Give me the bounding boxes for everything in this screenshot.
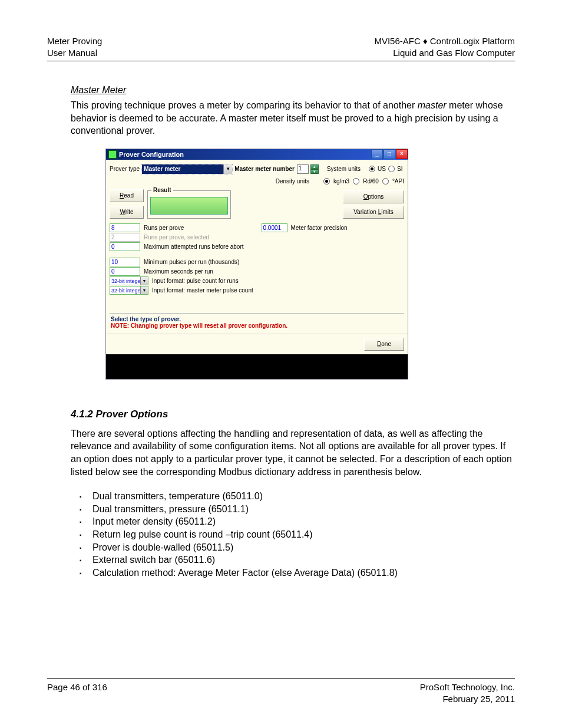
density-api-radio[interactable] [382,178,389,185]
hdr-right-2: Liquid and Gas Flow Computer [374,47,515,59]
list-item: Prover is double-walled (65011.5) [80,541,515,554]
input-format-runs-select[interactable]: 32-bit integer▼ [110,276,148,285]
options-list: Dual transmitters, temperature (65011.0)… [80,490,515,579]
section-title: Master Meter [71,85,515,95]
done-button[interactable]: Done [364,338,404,351]
meter-factor-precision-input[interactable]: 0.0001 [262,223,287,232]
master-meter-number-input[interactable]: 1 [297,164,309,174]
maximize-button[interactable]: □ [384,149,395,159]
header-rule [47,61,515,61]
master-meter-number-stepper[interactable]: ▲▼ [310,164,319,174]
max-attempt-input[interactable]: 0 [110,242,140,251]
max-attempt-label: Maximum attempted runs before abort [144,243,244,250]
hdr-left-1: Meter Proving [47,35,102,47]
write-button[interactable]: Write [110,206,144,219]
runs-per-prove-sel-label: Runs per prove, selected [144,234,209,241]
result-group: Result [147,190,231,219]
system-units-us-radio[interactable] [369,166,375,172]
options-button[interactable]: Options [343,190,404,203]
list-item: Input meter density (65011.2) [80,515,515,528]
footer-left: Page 46 of 316 [47,681,107,704]
system-units-label: System units [327,166,361,172]
close-button[interactable]: × [396,149,408,159]
list-item: Calculation method: Average Meter Factor… [80,566,515,579]
min-pulses-label: Minimum pulses per run (thousands) [144,259,239,265]
body-paragraph-1: This proving technique proves a meter by… [71,99,515,137]
screenshot-figure: Prover Configuration _ □ × Prover type M… [106,149,515,379]
chevron-down-icon: ▼ [140,277,148,285]
meter-factor-precision-label: Meter factor precision [291,225,348,231]
result-legend: Result [151,187,173,193]
list-item: Dual transmitters, temperature (65011.0) [80,490,515,503]
chevron-down-icon: ▼ [223,164,232,174]
minimize-button[interactable]: _ [371,149,383,159]
hdr-right-1: MVI56-AFC ♦ ControlLogix Platform [374,35,515,47]
prover-config-dialog: Prover Configuration _ □ × Prover type M… [106,149,408,379]
subsection-heading: 4.1.2 Prover Options [71,409,515,420]
list-item: External switch bar (65011.6) [80,554,515,566]
hdr-left-2: User Manual [47,47,102,59]
master-meter-number-label: Master meter number [234,166,295,172]
window-title: Prover Configuration [119,151,184,158]
input-format-master-label: Input format: master meter pulse count [152,287,253,294]
result-display [150,197,228,215]
max-seconds-input[interactable]: 0 [110,267,140,276]
app-icon [108,150,117,159]
prover-type-label: Prover type [110,166,140,172]
page-footer: Page 46 of 316 ProSoft Technology, Inc. … [47,678,515,704]
page-header: Meter Proving User Manual MVI56-AFC ♦ Co… [47,35,515,58]
min-pulses-input[interactable]: 10 [110,258,140,266]
density-rd-radio[interactable] [353,178,359,185]
runs-per-prove-sel-input: 2 [110,233,140,242]
body-paragraph-2: There are several options affecting the … [71,427,515,478]
density-units-label: Density units [276,178,309,185]
hint-area: Select the type of prover. NOTE: Changin… [110,313,404,334]
chevron-down-icon: ▼ [140,286,148,294]
footer-right-2: February 25, 2011 [420,693,515,705]
runs-per-prove-label: Runs per prove [144,225,184,231]
black-bar [106,354,408,379]
read-button[interactable]: Read [110,189,144,202]
variation-limits-button[interactable]: Variation Limits [343,206,404,219]
runs-per-prove-input[interactable]: 8 [110,223,140,232]
density-kg-radio[interactable] [323,178,330,185]
input-format-runs-label: Input format: pulse count for runs [152,278,239,284]
footer-rule [47,678,515,679]
max-seconds-label: Maximum seconds per run [144,268,213,275]
footer-right-1: ProSoft Technology, Inc. [420,681,515,693]
system-units-si-radio[interactable] [388,166,395,172]
titlebar: Prover Configuration _ □ × [106,149,408,160]
input-format-master-select[interactable]: 32-bit integer▼ [110,286,148,295]
prover-type-select[interactable]: Master meter ▼ [142,164,232,174]
hint-line-2: NOTE: Changing prover type will reset al… [111,322,403,329]
list-item: Return leg pulse count is round –trip co… [80,528,515,541]
list-item: Dual transmitters, pressure (65011.1) [80,503,515,516]
hint-line-1: Select the type of prover. [111,316,403,322]
